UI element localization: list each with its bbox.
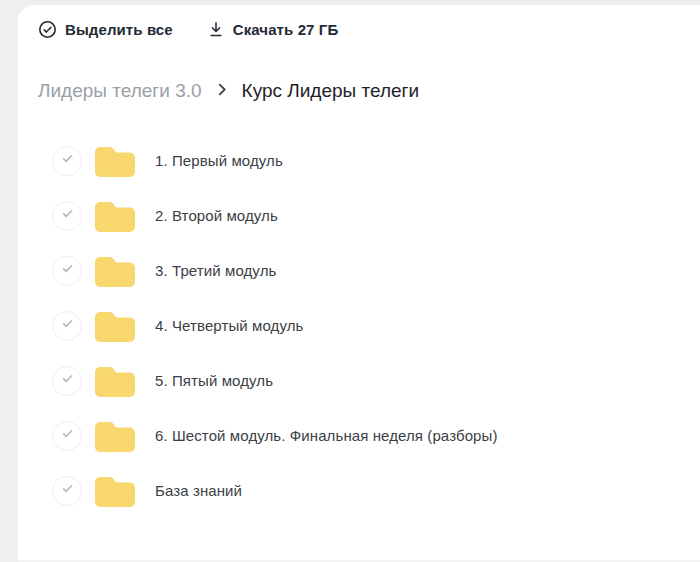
check-icon [60, 426, 75, 445]
folder-icon [93, 364, 137, 397]
folder-name: 2. Второй модуль [155, 207, 278, 224]
folder-name: 5. Пятый модуль [155, 372, 273, 389]
row-checkbox[interactable] [52, 421, 82, 451]
row-checkbox[interactable] [52, 311, 82, 341]
download-button[interactable]: Скачать 27 ГБ [207, 20, 339, 39]
download-icon [207, 20, 225, 39]
row-checkbox[interactable] [52, 476, 82, 506]
breadcrumb-item-parent[interactable]: Лидеры телеги 3.0 [38, 80, 202, 102]
breadcrumb: Лидеры телеги 3.0 Курс Лидеры телеги [38, 79, 419, 102]
file-row[interactable]: 6. Шестой модуль. Финальная неделя (разб… [52, 408, 684, 463]
select-all-label: Выделить все [65, 21, 173, 38]
file-row[interactable]: 3. Третий модуль [52, 243, 684, 298]
file-row[interactable]: База знаний [52, 463, 684, 518]
folder-icon [93, 309, 137, 342]
folder-icon [93, 474, 137, 507]
folder-icon [93, 254, 137, 287]
check-icon [60, 481, 75, 500]
row-checkbox[interactable] [52, 201, 82, 231]
row-checkbox[interactable] [52, 146, 82, 176]
row-checkbox[interactable] [52, 256, 82, 286]
folder-icon [93, 419, 137, 452]
folder-name: База знаний [155, 482, 242, 499]
check-circle-icon [38, 20, 57, 39]
file-list: 1. Первый модуль 2. Второй модуль 3. Т [52, 133, 684, 518]
file-row[interactable]: 1. Первый модуль [52, 133, 684, 188]
folder-icon [93, 199, 137, 232]
file-row[interactable]: 4. Четвертый модуль [52, 298, 684, 353]
breadcrumb-item-current: Курс Лидеры телеги [242, 80, 420, 102]
check-icon [60, 316, 75, 335]
select-all-button[interactable]: Выделить все [38, 20, 173, 39]
file-row[interactable]: 5. Пятый модуль [52, 353, 684, 408]
row-checkbox[interactable] [52, 366, 82, 396]
check-icon [60, 261, 75, 280]
folder-name: 4. Четвертый модуль [155, 317, 303, 334]
folder-name: 1. Первый модуль [155, 152, 283, 169]
check-icon [60, 371, 75, 390]
check-icon [60, 151, 75, 170]
folder-name: 6. Шестой модуль. Финальная неделя (разб… [155, 427, 498, 444]
chevron-right-icon [217, 80, 227, 102]
check-icon [60, 206, 75, 225]
toolbar: Выделить все Скачать 27 ГБ [38, 14, 338, 44]
folder-icon [93, 144, 137, 177]
download-label: Скачать 27 ГБ [233, 21, 339, 38]
folder-name: 3. Третий модуль [155, 262, 276, 279]
file-row[interactable]: 2. Второй модуль [52, 188, 684, 243]
